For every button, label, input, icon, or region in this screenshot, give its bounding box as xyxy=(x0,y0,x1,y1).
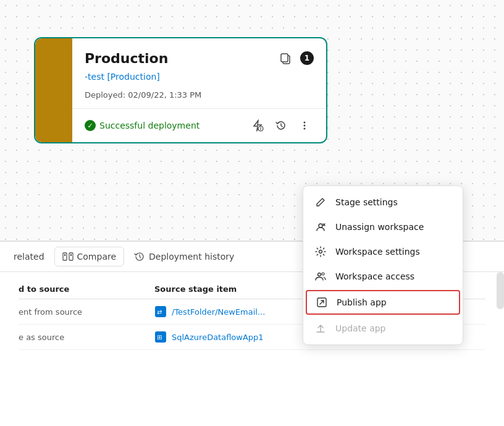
workspace-settings-label: Workspace settings xyxy=(335,247,420,257)
unassign-workspace-label: Unassign workspace xyxy=(335,222,424,232)
gear-icon xyxy=(314,245,327,258)
success-deployment-badge: ✓ Successful deployment xyxy=(85,120,200,131)
footer-actions xyxy=(248,116,314,135)
sql-dataflow-icon: ⊞ xyxy=(154,331,167,343)
svg-point-6 xyxy=(304,125,306,127)
card-subtitle: -test [Production] xyxy=(85,72,314,82)
svg-point-21 xyxy=(322,273,324,275)
related-tab[interactable]: related xyxy=(6,247,52,266)
success-text: Successful deployment xyxy=(99,121,200,130)
notification-badge: 1 xyxy=(300,51,314,65)
svg-point-19 xyxy=(319,250,322,253)
people-icon xyxy=(314,270,327,283)
row1-col1: ent from source xyxy=(19,307,154,317)
card-body: Production 1 -test [Production] Deployed… xyxy=(34,37,327,143)
svg-point-7 xyxy=(304,128,306,130)
workspace-access-label: Workspace access xyxy=(335,271,414,281)
svg-rect-10 xyxy=(64,254,65,256)
compare-tab-label: Compare xyxy=(77,252,117,262)
more-options-icon[interactable] xyxy=(295,116,314,135)
workspace-access-menu-item[interactable]: Workspace access xyxy=(303,264,463,289)
related-tab-label: related xyxy=(14,252,44,262)
publish-app-menu-item[interactable]: Publish app xyxy=(306,290,460,315)
card-footer: ✓ Successful deployment xyxy=(72,108,326,142)
stage-settings-label: Stage settings xyxy=(335,197,398,207)
card-title: Production xyxy=(85,51,168,66)
svg-rect-9 xyxy=(69,253,73,260)
compare-tab[interactable]: Compare xyxy=(54,247,125,266)
row1-col2-text: /TestFolder/NewEmail... xyxy=(172,307,265,317)
scrollbar[interactable] xyxy=(497,272,504,309)
card-deployed: Deployed: 02/09/22, 1:33 PM xyxy=(85,90,314,100)
card-left-bar xyxy=(35,38,72,142)
svg-text:⇄: ⇄ xyxy=(157,309,162,315)
svg-rect-3 xyxy=(281,54,288,62)
svg-text:⊞: ⊞ xyxy=(157,334,162,341)
svg-point-20 xyxy=(318,273,321,276)
workspace-settings-menu-item[interactable]: Workspace settings xyxy=(303,239,463,264)
deployment-history-icon xyxy=(134,251,145,262)
card-icons: 1 xyxy=(275,48,314,68)
dataflow-icon: ⇄ xyxy=(154,305,167,318)
row2-col2-text: SqlAzureDataflowApp1 xyxy=(172,333,264,342)
card-content: Production 1 -test [Production] Deployed… xyxy=(72,38,326,100)
compare-icon xyxy=(62,251,74,262)
row2-col1: e as source xyxy=(19,333,154,342)
col1-header: d to source xyxy=(19,284,154,294)
update-app-label: Update app xyxy=(335,323,386,333)
card-header: Production 1 xyxy=(85,48,314,68)
unassign-workspace-menu-item[interactable]: Unassign workspace xyxy=(303,215,463,239)
pencil-icon xyxy=(314,196,327,208)
svg-point-5 xyxy=(304,122,306,124)
svg-rect-8 xyxy=(63,253,67,260)
deployment-history-tab[interactable]: Deployment history xyxy=(127,246,242,267)
publish-app-label: Publish app xyxy=(337,297,387,307)
unassign-icon xyxy=(314,221,327,233)
svg-point-16 xyxy=(319,224,322,228)
svg-rect-11 xyxy=(70,254,72,256)
stage-settings-menu-item[interactable]: Stage settings xyxy=(303,190,463,215)
lightning-settings-icon[interactable] xyxy=(248,116,267,135)
update-app-menu-item: Update app xyxy=(303,316,463,341)
success-check-icon: ✓ xyxy=(85,120,96,131)
publish-app-icon xyxy=(316,296,328,309)
deployed-label: Deployed: xyxy=(85,90,125,100)
deployed-date: 02/09/22, 1:33 PM xyxy=(128,90,201,100)
context-menu: Stage settings Unassign workspace Worksp… xyxy=(303,185,463,345)
copy-icon-button[interactable] xyxy=(275,48,295,68)
update-app-icon xyxy=(314,322,327,334)
production-card: Production 1 -test [Production] Deployed… xyxy=(34,37,327,143)
deployment-history-label: Deployment history xyxy=(149,252,234,262)
history-icon[interactable] xyxy=(272,116,290,135)
